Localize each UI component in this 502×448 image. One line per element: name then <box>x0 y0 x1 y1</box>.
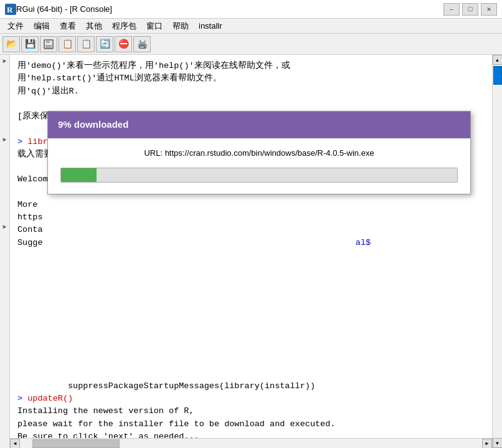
h-scrollbar-track[interactable] <box>20 439 482 449</box>
dialog-url: URL: https://cran.rstudio.com/bin/window… <box>60 147 458 160</box>
menu-packages[interactable]: 程序包 <box>107 19 141 33</box>
update-line: > updateR() <box>17 393 485 405</box>
sugge-line: Sugge al$ <box>17 237 485 249</box>
title-bar: R RGui (64-bit) - [R Console] – □ ✕ <box>0 0 502 19</box>
menu-edit[interactable]: 编辑 <box>29 19 55 33</box>
console-content: 用'demo()'来看一些示范程序，用'help()'来阅读在线帮助文件，或 用… <box>10 55 492 438</box>
open-button[interactable]: 📂 <box>2 36 20 52</box>
main-area: ►►► 用'demo()'来看一些示范程序，用'help()'来阅读在线帮助文件… <box>0 55 502 448</box>
dialog-header: 9% downloaded <box>48 112 470 138</box>
paste-button[interactable]: 📋 <box>77 36 95 52</box>
scrollbar-thumb[interactable] <box>493 66 502 85</box>
progress-fill <box>61 168 97 182</box>
blank-line-1 <box>17 98 485 110</box>
r-logo-icon: R <box>5 4 16 15</box>
dialog-body: URL: https://cran.rstudio.com/bin/window… <box>48 138 470 194</box>
edge-marker: ►►► <box>2 57 6 232</box>
svg-rect-4 <box>45 45 52 48</box>
save-as-button[interactable] <box>40 36 57 52</box>
save-button[interactable]: 💾 <box>21 36 39 52</box>
installing-line-3: Be sure to click 'next' as needed... <box>17 431 485 438</box>
maximize-button[interactable]: □ <box>462 3 478 16</box>
url-label: URL: <box>144 148 163 158</box>
intro-line-3: 用'q()'退出R. <box>17 85 485 98</box>
vertical-scrollbar[interactable]: ▲ ▼ <box>492 55 502 448</box>
print-button[interactable]: 🖨️ <box>133 36 151 52</box>
progress-track <box>60 168 458 183</box>
scroll-down-button[interactable]: ▼ <box>493 438 503 448</box>
menu-help[interactable]: 帮助 <box>168 19 194 33</box>
svg-text:R: R <box>7 5 13 14</box>
close-button[interactable]: ✕ <box>481 3 497 16</box>
scroll-up-button[interactable]: ▲ <box>493 55 503 65</box>
menu-installr[interactable]: installr <box>194 20 227 32</box>
menu-view[interactable]: 查看 <box>55 19 81 33</box>
window-controls[interactable]: – □ ✕ <box>443 3 497 16</box>
installing-line-2: please wait for the installer file to be… <box>17 418 485 431</box>
console-area[interactable]: 用'demo()'来看一些示范程序，用'help()'来阅读在线帮助文件，或 用… <box>10 55 492 448</box>
url-value: https://cran.rstudio.com/bin/windows/bas… <box>165 148 374 158</box>
menu-file[interactable]: 文件 <box>2 19 29 33</box>
bottom-scrollbar[interactable]: ◀ ▶ <box>10 438 492 448</box>
intro-line-1: 用'demo()'来看一些示范程序，用'help()'来阅读在线帮助文件，或 <box>17 60 485 72</box>
intro-line-2: 用'help.start()'通过HTML浏览器来看帮助文件。 <box>17 72 485 85</box>
more-line: More <box>17 199 485 211</box>
copy-button[interactable]: 📋 <box>59 36 76 52</box>
h-scrollbar-thumb[interactable] <box>32 439 120 448</box>
https-line: https <box>17 211 485 224</box>
suppress-line: suppressPackageStartupMessages(library(i… <box>17 380 485 393</box>
left-edge: ►►► <box>0 55 10 448</box>
menu-other[interactable]: 其他 <box>81 19 107 33</box>
svg-rect-3 <box>46 40 50 43</box>
download-percent-text: 9% downloaded <box>58 119 128 130</box>
window-title: RGui (64-bit) - [R Console] <box>16 4 443 14</box>
toolbar: 📂 💾 📋 📋 🔄 ⛔ 🖨️ <box>0 34 502 55</box>
menu-bar: 文件 编辑 查看 其他 程序包 窗口 帮助 installr <box>0 19 502 34</box>
conta-line: Conta <box>17 224 485 236</box>
refresh-button[interactable]: 🔄 <box>96 36 113 52</box>
installing-line-1: Installing the newest version of R, <box>17 405 485 417</box>
scroll-left-button[interactable]: ◀ <box>10 439 20 449</box>
stop-button[interactable]: ⛔ <box>115 36 132 52</box>
download-dialog: 9% downloaded URL: https://cran.rstudio.… <box>47 111 471 194</box>
menu-window[interactable]: 窗口 <box>141 19 168 33</box>
scroll-right-button[interactable]: ▶ <box>482 439 492 449</box>
minimize-button[interactable]: – <box>443 3 460 16</box>
